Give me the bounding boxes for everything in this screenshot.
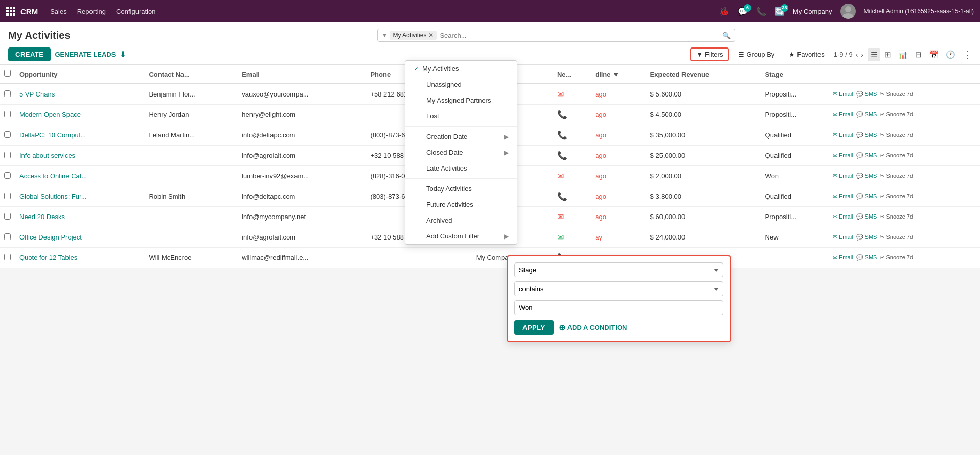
- col-email[interactable]: Email: [238, 65, 366, 84]
- filter-dropdown-item[interactable]: Unassigned: [405, 77, 517, 92]
- cell-activity[interactable]: ✉: [553, 227, 591, 248]
- filter-dropdown-item[interactable]: Creation Date▶: [405, 129, 517, 145]
- row-checkbox[interactable]: [4, 213, 11, 220]
- bug-icon[interactable]: 🐞: [719, 7, 730, 16]
- sms-action-button[interactable]: 💬 SMS: [856, 91, 877, 98]
- email-action-button[interactable]: ✉ Email: [833, 91, 853, 98]
- select-all-checkbox[interactable]: [4, 70, 11, 77]
- cell-opportunity[interactable]: Modern Open Space: [15, 105, 145, 125]
- filter-dropdown-item[interactable]: Today Activities: [405, 181, 517, 197]
- row-checkbox-cell[interactable]: [0, 146, 15, 166]
- sms-action-button[interactable]: 💬 SMS: [856, 193, 877, 200]
- menu-configuration[interactable]: Configuration: [116, 8, 155, 15]
- active-filter-tag[interactable]: My Activities ✕: [390, 31, 437, 40]
- cell-opportunity[interactable]: 5 VP Chairs: [15, 84, 145, 105]
- filter-dropdown-item[interactable]: Late Activities: [405, 160, 517, 176]
- filter-dropdown-item[interactable]: My Assigned Partners: [405, 92, 517, 108]
- grid-view-button[interactable]: ⊟: [912, 48, 925, 61]
- groupby-button[interactable]: ☰ Group By: [733, 49, 780, 60]
- filter-field-select[interactable]: StageOpportunityContact NameEmailPhoneCo…: [514, 262, 723, 268]
- filter-dropdown-item[interactable]: Future Activities: [405, 197, 517, 212]
- clock-view-button[interactable]: 🕐: [943, 48, 959, 61]
- snooze-action-button[interactable]: ✂ Snooze 7d: [880, 91, 913, 98]
- row-checkbox-cell[interactable]: [0, 166, 15, 186]
- cell-activity[interactable]: ✉: [553, 166, 591, 186]
- search-input[interactable]: [440, 32, 722, 39]
- cell-activity[interactable]: 📞: [553, 105, 591, 125]
- cell-opportunity[interactable]: Access to Online Cat...: [15, 166, 145, 186]
- row-checkbox-cell[interactable]: [0, 125, 15, 146]
- row-checkbox[interactable]: [4, 152, 11, 158]
- filter-dropdown-item[interactable]: Add Custom Filter▶: [405, 228, 517, 244]
- col-opportunity[interactable]: Opportunity: [15, 65, 145, 84]
- email-action-button[interactable]: ✉ Email: [833, 193, 853, 200]
- sms-action-button[interactable]: 💬 SMS: [856, 213, 877, 220]
- row-checkbox[interactable]: [4, 254, 11, 260]
- more-options-button[interactable]: ⋮: [963, 49, 972, 60]
- row-checkbox-cell[interactable]: [0, 186, 15, 207]
- filter-dropdown-item[interactable]: ✓My Activities: [405, 61, 517, 77]
- next-page-button[interactable]: ›: [861, 51, 863, 59]
- snooze-action-button[interactable]: ✂ Snooze 7d: [880, 254, 913, 261]
- snooze-action-button[interactable]: ✂ Snooze 7d: [880, 234, 913, 241]
- filter-dropdown-item[interactable]: Archived: [405, 212, 517, 228]
- email-action-button[interactable]: ✉ Email: [833, 213, 853, 220]
- row-checkbox-cell[interactable]: [0, 248, 15, 268]
- kanban-view-button[interactable]: ⊞: [881, 48, 894, 61]
- email-action-button[interactable]: ✉ Email: [833, 152, 853, 159]
- col-stage[interactable]: Stage: [761, 65, 829, 84]
- email-action-button[interactable]: ✉ Email: [833, 254, 853, 261]
- cell-opportunity[interactable]: Office Design Project: [15, 227, 145, 248]
- sms-action-button[interactable]: 💬 SMS: [856, 132, 877, 138]
- cell-opportunity[interactable]: Quote for 12 Tables: [15, 248, 145, 268]
- email-action-button[interactable]: ✉ Email: [833, 173, 853, 179]
- snooze-action-button[interactable]: ✂ Snooze 7d: [880, 152, 913, 159]
- cell-activity[interactable]: ✉: [553, 207, 591, 227]
- cell-opportunity[interactable]: Global Solutions: Fur...: [15, 186, 145, 207]
- email-action-button[interactable]: ✉ Email: [833, 111, 853, 118]
- bar-chart-view-button[interactable]: 📊: [895, 48, 911, 61]
- filter-dropdown-item[interactable]: Lost: [405, 108, 517, 124]
- snooze-action-button[interactable]: ✂ Snooze 7d: [880, 173, 913, 179]
- download-button[interactable]: ⬇: [120, 50, 126, 59]
- cell-opportunity[interactable]: Need 20 Desks: [15, 207, 145, 227]
- filters-button[interactable]: ▼ Filters: [690, 47, 729, 61]
- calendar-view-button[interactable]: 📅: [926, 48, 942, 61]
- row-checkbox-cell[interactable]: [0, 105, 15, 125]
- sms-action-button[interactable]: 💬 SMS: [856, 111, 877, 118]
- cell-activity[interactable]: 📞: [553, 186, 591, 207]
- grid-icon[interactable]: [6, 7, 15, 16]
- app-name[interactable]: CRM: [20, 7, 38, 16]
- avatar[interactable]: [840, 4, 856, 19]
- cell-opportunity[interactable]: Info about services: [15, 146, 145, 166]
- create-button[interactable]: CREATE: [8, 47, 51, 61]
- refresh-icon[interactable]: 🔄 38: [774, 7, 785, 16]
- chat-icon[interactable]: 💬 6: [738, 7, 748, 16]
- snooze-action-button[interactable]: ✂ Snooze 7d: [880, 213, 913, 220]
- col-revenue[interactable]: Expected Revenue: [646, 65, 761, 84]
- email-action-button[interactable]: ✉ Email: [833, 234, 853, 241]
- col-contact[interactable]: Contact Na...: [145, 65, 238, 84]
- row-checkbox[interactable]: [4, 131, 11, 138]
- row-checkbox-cell[interactable]: [0, 207, 15, 227]
- filter-tag-close[interactable]: ✕: [428, 32, 434, 39]
- row-checkbox-cell[interactable]: [0, 84, 15, 105]
- company-name[interactable]: My Company: [793, 8, 832, 15]
- snooze-action-button[interactable]: ✂ Snooze 7d: [880, 111, 913, 118]
- prev-page-button[interactable]: ‹: [856, 51, 858, 59]
- menu-sales[interactable]: Sales: [50, 8, 67, 15]
- cell-opportunity[interactable]: DeltaPC: 10 Comput...: [15, 125, 145, 146]
- phone-icon[interactable]: 📞: [756, 7, 766, 16]
- favorites-button[interactable]: ★ Favorites: [784, 49, 829, 60]
- select-all-checkbox-cell[interactable]: [0, 65, 15, 84]
- row-checkbox[interactable]: [4, 172, 11, 179]
- menu-reporting[interactable]: Reporting: [77, 8, 106, 15]
- sms-action-button[interactable]: 💬 SMS: [856, 173, 877, 179]
- generate-leads-button[interactable]: GENERATE LEADS: [55, 51, 116, 58]
- snooze-action-button[interactable]: ✂ Snooze 7d: [880, 132, 913, 138]
- search-icon[interactable]: 🔍: [722, 32, 731, 39]
- email-action-button[interactable]: ✉ Email: [833, 132, 853, 138]
- sms-action-button[interactable]: 💬 SMS: [856, 234, 877, 241]
- sms-action-button[interactable]: 💬 SMS: [856, 254, 877, 261]
- col-next-activity[interactable]: Ne...: [553, 65, 591, 84]
